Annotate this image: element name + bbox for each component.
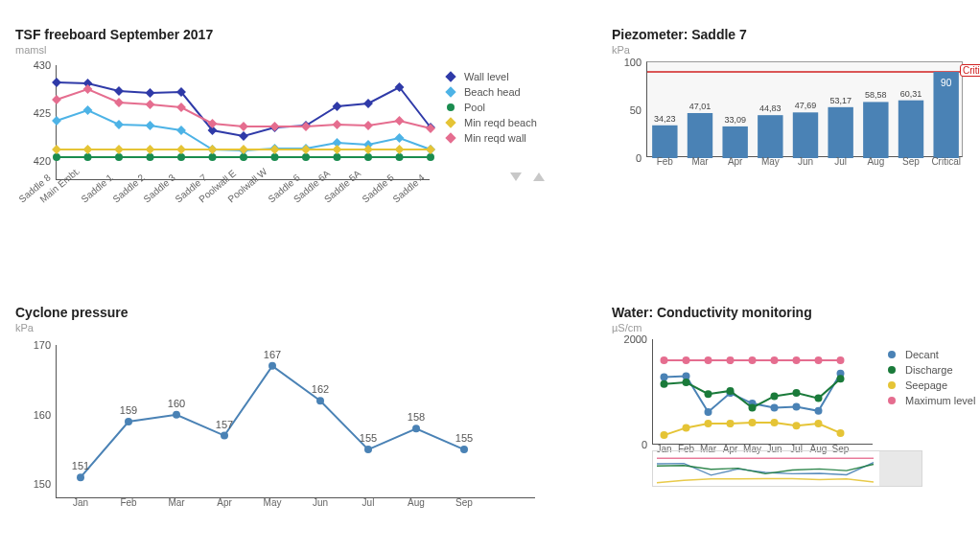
svg-point-117 bbox=[793, 356, 801, 364]
svg-rect-44 bbox=[208, 145, 218, 154]
point-label: 155 bbox=[360, 432, 377, 444]
legend-label: Decant bbox=[905, 349, 939, 360]
svg-rect-71 bbox=[828, 107, 852, 158]
svg-point-89 bbox=[771, 404, 779, 412]
legend-label: Seepage bbox=[905, 379, 947, 391]
freeboard-unit: mamsl bbox=[15, 44, 568, 56]
x-tick: Feb bbox=[647, 156, 682, 167]
legend-label: Min reqd wall bbox=[464, 132, 526, 144]
svg-rect-17 bbox=[176, 126, 186, 135]
svg-point-113 bbox=[705, 356, 712, 364]
svg-rect-68 bbox=[722, 126, 747, 158]
circle-icon bbox=[884, 400, 899, 402]
point-label: 162 bbox=[312, 383, 329, 395]
svg-rect-46 bbox=[270, 145, 280, 154]
svg-rect-56 bbox=[176, 103, 186, 112]
svg-rect-61 bbox=[333, 120, 342, 129]
point-label: 155 bbox=[455, 432, 473, 444]
svg-rect-6 bbox=[239, 131, 248, 141]
svg-rect-59 bbox=[270, 122, 280, 131]
svg-rect-63 bbox=[395, 116, 405, 126]
svg-point-78 bbox=[221, 432, 228, 440]
legend-pager[interactable] bbox=[510, 172, 545, 181]
svg-point-30 bbox=[177, 153, 185, 161]
svg-rect-2 bbox=[114, 86, 124, 96]
y-tick: 2000 bbox=[590, 333, 647, 345]
diamond-icon bbox=[443, 76, 458, 78]
svg-rect-14 bbox=[83, 105, 93, 115]
legend-label: Wall level bbox=[464, 71, 509, 82]
circle-icon bbox=[884, 354, 899, 356]
svg-point-105 bbox=[727, 420, 735, 427]
svg-point-114 bbox=[727, 356, 735, 364]
legend-label: Maximum level bbox=[905, 395, 975, 406]
x-tick: Sep bbox=[450, 497, 478, 508]
chevron-up-icon[interactable] bbox=[533, 172, 545, 181]
bar-label: 44,83 bbox=[759, 103, 782, 115]
svg-rect-47 bbox=[301, 145, 311, 154]
svg-rect-13 bbox=[52, 116, 61, 126]
svg-point-119 bbox=[837, 356, 845, 364]
svg-point-91 bbox=[815, 407, 823, 415]
svg-point-100 bbox=[815, 395, 823, 402]
y-tick: 420 bbox=[0, 155, 51, 167]
svg-point-83 bbox=[460, 446, 468, 453]
svg-point-38 bbox=[427, 153, 434, 161]
svg-point-80 bbox=[316, 397, 324, 404]
svg-point-36 bbox=[364, 153, 372, 161]
y-tick: 0 bbox=[590, 439, 647, 450]
svg-rect-39 bbox=[52, 145, 61, 154]
svg-rect-16 bbox=[146, 121, 155, 130]
svg-rect-55 bbox=[146, 100, 155, 109]
x-tick: Jul bbox=[824, 156, 858, 167]
svg-point-109 bbox=[815, 420, 823, 427]
svg-point-34 bbox=[302, 153, 310, 161]
legend-item: Wall level bbox=[443, 71, 537, 82]
svg-rect-0 bbox=[52, 78, 61, 87]
svg-rect-58 bbox=[239, 122, 248, 131]
svg-point-111 bbox=[661, 356, 668, 364]
refline-label: Critical (90) bbox=[960, 64, 980, 77]
freeboard-chart: TSF freeboard September 2017 mamsl 42042… bbox=[0, 0, 575, 278]
svg-point-108 bbox=[793, 422, 801, 429]
x-tick: May bbox=[258, 497, 287, 508]
x-tick: Apr bbox=[718, 156, 753, 167]
x-tick: Jan bbox=[66, 497, 95, 508]
x-tick: Jun bbox=[306, 497, 335, 508]
x-tick: Jun bbox=[788, 156, 823, 167]
svg-point-27 bbox=[84, 153, 92, 161]
svg-point-98 bbox=[771, 392, 779, 400]
svg-point-103 bbox=[683, 424, 690, 431]
svg-rect-52 bbox=[52, 95, 61, 104]
legend-label: Discharge bbox=[905, 364, 953, 376]
y-tick: 430 bbox=[0, 59, 51, 71]
conduct-title: Water: Conductivity monitoring bbox=[612, 305, 972, 320]
svg-point-31 bbox=[209, 153, 217, 161]
svg-rect-70 bbox=[793, 112, 818, 158]
svg-point-75 bbox=[77, 473, 84, 481]
bar-label: 47,01 bbox=[689, 102, 712, 113]
piezo-chart: Piezometer: Saddle 7 kPa 050100Critical … bbox=[596, 0, 980, 278]
diamond-icon bbox=[443, 122, 458, 124]
svg-point-107 bbox=[771, 419, 779, 426]
svg-point-29 bbox=[147, 153, 154, 161]
bar-label: 58,58 bbox=[865, 90, 887, 102]
x-tick: Feb bbox=[114, 497, 143, 508]
chevron-down-icon[interactable] bbox=[510, 172, 522, 181]
legend-label: Beach head bbox=[464, 86, 521, 98]
conduct-legend: DecantDischargeSeepageMaximum level bbox=[884, 345, 975, 410]
point-label: 167 bbox=[264, 349, 281, 360]
conduct-chart: Water: Conductivity monitoring µS/cm 020… bbox=[596, 278, 980, 546]
svg-rect-66 bbox=[652, 126, 677, 158]
bar-label: 47,69 bbox=[795, 101, 817, 112]
time-brush[interactable] bbox=[652, 450, 922, 487]
svg-point-79 bbox=[268, 362, 276, 370]
svg-point-82 bbox=[412, 425, 420, 432]
svg-rect-69 bbox=[758, 115, 782, 158]
svg-point-104 bbox=[705, 420, 712, 427]
freeboard-legend: Wall levelBeach headPoolMin reqd beachMi… bbox=[443, 67, 537, 148]
point-label: 157 bbox=[216, 419, 233, 430]
svg-rect-49 bbox=[363, 145, 373, 154]
point-label: 158 bbox=[408, 411, 425, 423]
svg-point-86 bbox=[705, 408, 712, 416]
